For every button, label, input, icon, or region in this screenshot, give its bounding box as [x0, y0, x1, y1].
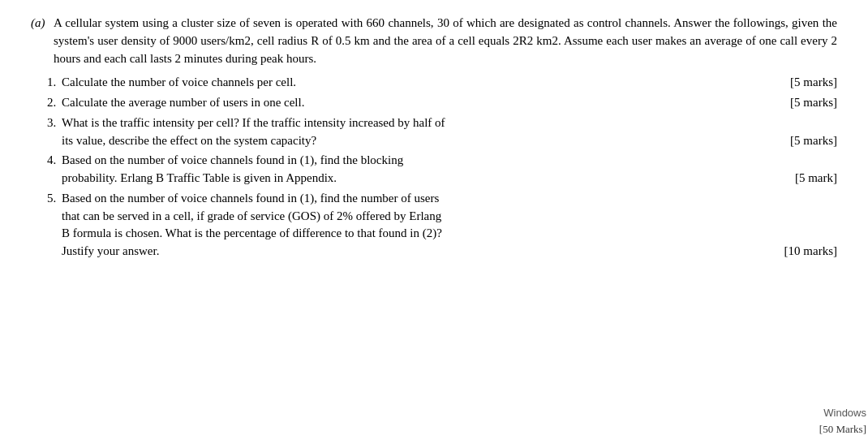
sub-text-5d: Justify your answer.	[62, 243, 159, 261]
intro-text: A cellular system using a cluster size o…	[54, 15, 837, 67]
sub-line-5d: Justify your answer. [10 marks]	[62, 243, 837, 261]
watermark-text: Windows	[823, 406, 866, 421]
sub-number-2: 2.	[31, 94, 62, 112]
sub-text-4: Based on the number of voice channels fo…	[62, 153, 403, 166]
sub-text-5c: B formula is chosen. What is the percent…	[62, 226, 442, 239]
sub-line-3b: its value, describe the effect on the sy…	[62, 132, 837, 150]
sub-item-2: 2. Calculate the average number of users…	[31, 94, 837, 112]
intro-paragraph: (a) A cellular system using a cluster si…	[31, 15, 837, 67]
sub-number-5: 5.	[31, 190, 62, 261]
sub-item-5: 5. Based on the number of voice channels…	[31, 190, 837, 261]
sub-text-1: Calculate the number of voice channels p…	[62, 74, 782, 92]
question-block: (a) A cellular system using a cluster si…	[31, 15, 837, 261]
sub-content-1: Calculate the number of voice channels p…	[62, 74, 837, 92]
sub-text-2: Calculate the average number of users in…	[62, 94, 782, 112]
sub-questions: 1. Calculate the number of voice channel…	[31, 74, 837, 261]
sub-number-4: 4.	[31, 152, 62, 188]
marks-3: [5 marks]	[790, 132, 837, 150]
sub-line-4b: probability. Erlang B Traffic Table is g…	[62, 170, 837, 188]
sub-item-4: 4. Based on the number of voice channels…	[31, 152, 837, 188]
page-container: (a) A cellular system using a cluster si…	[0, 0, 868, 444]
sub-number-1: 1.	[31, 74, 62, 92]
sub-number-3: 3.	[31, 114, 62, 150]
sub-item-1: 1. Calculate the number of voice channel…	[31, 74, 837, 92]
sub-text-3: What is the traffic intensity per cell? …	[62, 116, 445, 129]
marks-4: [5 mark]	[795, 170, 837, 188]
sub-item-3: 3. What is the traffic intensity per cel…	[31, 114, 837, 150]
sub-content-5: Based on the number of voice channels fo…	[62, 190, 837, 261]
marks-5: [10 marks]	[784, 243, 837, 261]
bottom-marks: [50 Marks]	[819, 422, 866, 438]
sub-text-4b: probability. Erlang B Traffic Table is g…	[62, 170, 337, 188]
sub-text-3b: its value, describe the effect on the sy…	[62, 132, 316, 150]
sub-content-4: Based on the number of voice channels fo…	[62, 152, 837, 188]
sub-text-5b: that can be served in a cell, if grade o…	[62, 209, 441, 222]
sub-content-2: Calculate the average number of users in…	[62, 94, 837, 112]
marks-2: [5 marks]	[790, 94, 837, 112]
sub-text-5a: Based on the number of voice channels fo…	[62, 192, 439, 205]
sub-content-3: What is the traffic intensity per cell? …	[62, 114, 837, 150]
marks-1: [5 marks]	[790, 74, 837, 92]
question-label: (a)	[31, 15, 54, 67]
